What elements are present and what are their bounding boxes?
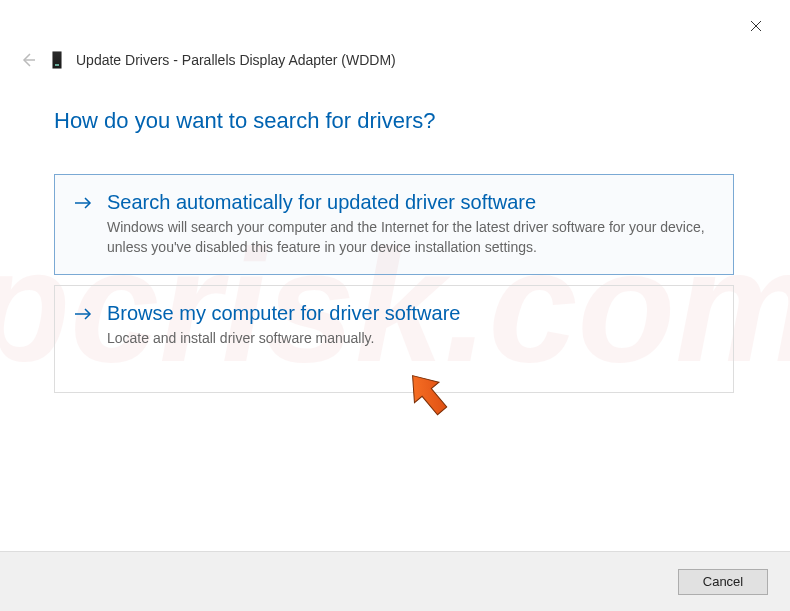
option-desc: Locate and install driver software manua… xyxy=(107,328,715,348)
option-search-automatically[interactable]: Search automatically for updated driver … xyxy=(54,174,734,275)
arrow-right-icon xyxy=(73,193,93,213)
back-arrow-icon xyxy=(20,52,36,68)
dialog-footer: Cancel xyxy=(0,551,790,611)
option-title: Browse my computer for driver software xyxy=(107,300,715,326)
cancel-button[interactable]: Cancel xyxy=(678,569,768,595)
option-desc: Windows will search your computer and th… xyxy=(107,217,715,258)
close-icon xyxy=(750,20,762,32)
dialog-title: Update Drivers - Parallels Display Adapt… xyxy=(76,52,396,68)
back-button xyxy=(18,50,38,70)
dialog-content: How do you want to search for drivers? S… xyxy=(54,108,734,403)
arrow-right-icon xyxy=(73,304,93,324)
option-title: Search automatically for updated driver … xyxy=(107,189,715,215)
dialog-header: Update Drivers - Parallels Display Adapt… xyxy=(18,50,396,70)
device-icon xyxy=(52,51,62,69)
close-button[interactable] xyxy=(742,12,770,40)
option-browse-computer[interactable]: Browse my computer for driver software L… xyxy=(54,285,734,393)
page-heading: How do you want to search for drivers? xyxy=(54,108,734,134)
